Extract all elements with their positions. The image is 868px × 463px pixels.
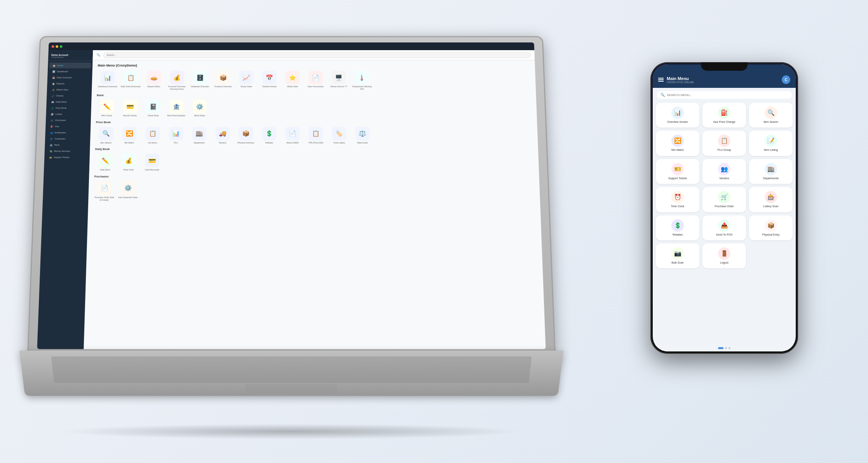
sidebar-item-money-services[interactable]: 💸Money Services bbox=[46, 148, 88, 154]
menu-item-temperature-working-o-o[interactable]: 🌡️ Temperature Working O/O bbox=[351, 71, 372, 90]
menu-item-what's-new[interactable]: ⭐ What's New bbox=[282, 71, 303, 90]
sidebar-item-home[interactable]: 🏠Home bbox=[49, 63, 91, 68]
sidebar-item-dashboard[interactable]: 📊Dashboard bbox=[49, 69, 91, 75]
menu-item-auto-generate-order[interactable]: ⚙️ Auto Generate Order bbox=[117, 181, 139, 201]
phone-menu-item-overview-screen[interactable]: 📊 Overview Screen bbox=[656, 103, 699, 128]
menu-item-wire-check[interactable]: ✏️ Wire Check bbox=[96, 100, 117, 117]
menu-item-store-documents[interactable]: 📄 Store Documents bbox=[305, 71, 326, 90]
sidebar-item-daily-book[interactable]: 📖Daily Book bbox=[48, 99, 90, 105]
menu-icon-box: ⚙️ bbox=[121, 181, 136, 195]
menu-item-card-reconcile[interactable]: 💳 Card Reconcile bbox=[141, 154, 163, 171]
phone-menu-label: Bulk Scan bbox=[671, 261, 684, 264]
phone-app: Main Menu CRONY-POS ONLINE C 🔍 📊 Overvie… bbox=[653, 65, 796, 351]
phone-menu-label: Departments bbox=[763, 177, 779, 180]
minimize-button[interactable] bbox=[56, 45, 58, 47]
avatar[interactable]: C bbox=[782, 75, 790, 84]
phone-menu-item-gas-price-change[interactable]: ⛽ Gas Price Change bbox=[702, 103, 746, 128]
menu-icon-box: 💰 bbox=[122, 154, 136, 168]
menu-item-purchase-order-edit-create-[interactable]: 📄 Purchase Order (Edit & Create) bbox=[94, 181, 115, 201]
menu-item-tpr-price-edi-[interactable]: 📋 TPR (Price EDI) bbox=[305, 127, 326, 144]
menu-item-item-search[interactable]: 🔍 Item Search bbox=[95, 127, 117, 144]
phone-menu-item-item-search[interactable]: 🔍 Item Search bbox=[749, 103, 793, 128]
phone-menu-label: Physical Entry bbox=[762, 233, 779, 236]
menu-item-check-book[interactable]: 📓 Check Book bbox=[143, 100, 164, 117]
phone-menu-icon: 📤 bbox=[718, 219, 730, 232]
sidebar-label: Price Book bbox=[56, 107, 66, 109]
menu-item-timeline-activity[interactable]: 📅 Timeline Activity bbox=[259, 71, 280, 90]
sidebar-item-support-tickets[interactable]: 🎫Support Tickets bbox=[46, 154, 88, 160]
menu-item-hourly-sales[interactable]: 📈 Hourly Sales bbox=[236, 71, 257, 90]
main-menu-title: Main Menu (CronyDemo) bbox=[98, 64, 530, 67]
menu-item-bank-setup[interactable]: ⚙️ Bank Setup bbox=[189, 100, 211, 117]
menu-item-daily-task-overview-[interactable]: 📋 Daily Task (Overview) bbox=[120, 71, 141, 90]
menu-item-physical-inventory[interactable]: 📦 Physical Inventory bbox=[235, 127, 256, 144]
menu-item-petty-cash[interactable]: 💰 Petty Cash bbox=[118, 154, 140, 171]
phone-menu-item-bulk-scan[interactable]: 📷 Bulk Scan bbox=[656, 243, 699, 268]
menu-item-food-labels[interactable]: 🏷️ Food Labels bbox=[329, 127, 350, 144]
section-title-daily-book: Daily Book bbox=[95, 148, 533, 151]
menu-item-database-overview[interactable]: 🗄️ Database Overview bbox=[190, 71, 211, 90]
menu-item-department[interactable]: 🏬 Department bbox=[189, 127, 210, 144]
menu-icon-box: 🥧 bbox=[147, 71, 161, 84]
content-area: Main Menu (CronyDemo) 📊 Dashboard (Gener… bbox=[84, 60, 546, 349]
menu-item-plu[interactable]: 📊 PLU bbox=[166, 127, 187, 144]
menu-item-products-overview[interactable]: 📦 Products Overview bbox=[213, 71, 234, 90]
close-button[interactable] bbox=[52, 45, 54, 47]
phone-menu-item-lottery-scan[interactable]: 🎰 Lottery Scan bbox=[749, 187, 793, 212]
menu-item-label: Wire Check bbox=[101, 115, 112, 117]
phone-menu-label: Vendors bbox=[719, 177, 729, 180]
menu-item-label: Daily Book bbox=[100, 169, 110, 171]
phone-menu-item-item-listing[interactable]: 📝 Item Listing bbox=[749, 131, 793, 155]
sidebar-item-gas[interactable]: ⛽Gas bbox=[47, 124, 89, 129]
sidebar-item-what's-new[interactable]: ✨What's New bbox=[48, 87, 90, 93]
menu-item-reports-menu[interactable]: 🥧 Reports Menu bbox=[143, 71, 165, 90]
dot-3[interactable] bbox=[729, 347, 730, 349]
sidebar-label: What's New bbox=[56, 89, 68, 91]
sidebar-item-bank[interactable]: 🏦Bank bbox=[46, 142, 89, 148]
menu-item-vendors[interactable]: 🚚 Vendors bbox=[212, 127, 234, 144]
phone-menu-item-departments[interactable]: 🏬 Departments bbox=[749, 159, 793, 184]
sidebar-item-customers[interactable]: 👤Customers bbox=[47, 136, 89, 142]
maximize-button[interactable] bbox=[60, 45, 63, 47]
sidebar-item-price-book[interactable]: 💲Price Book bbox=[48, 105, 90, 111]
hamburger-menu[interactable] bbox=[658, 78, 664, 82]
menu-item-mix-match[interactable]: 🔀 Mix Match bbox=[119, 127, 140, 144]
sidebar-item-employees[interactable]: 👥Employees bbox=[47, 129, 89, 135]
menu-item-label: Check Book bbox=[148, 115, 159, 117]
phone-menu-item-support-tickets[interactable]: 🎫 Support Tickets bbox=[656, 159, 699, 184]
phone-menu-item-time-clock[interactable]: ⏰ Time Clock bbox=[656, 187, 699, 212]
phone-menu-item-rebates[interactable]: 💲 Rebates bbox=[656, 215, 699, 240]
menu-item-money-service-??[interactable]: 🖥️ Money Service ?? bbox=[328, 71, 349, 90]
sidebar-item-purchases[interactable]: 🛒Purchases bbox=[47, 117, 90, 123]
menu-item-label: Auto Generate Order bbox=[118, 196, 138, 199]
menu-item-label: Financial Overview (Coming Soon) bbox=[166, 86, 187, 90]
menu-item-daily-book[interactable]: ✏️ Daily Book bbox=[94, 154, 116, 171]
menu-item-payroll-checks[interactable]: 💳 Payroll Checks bbox=[119, 100, 141, 117]
menu-item-meat-scale[interactable]: ⚖️ Meat Scale bbox=[352, 127, 373, 144]
phone-menu-item-logout[interactable]: 🚪 Logout bbox=[702, 243, 746, 268]
menu-item-rebates[interactable]: 💲 Rebates bbox=[259, 127, 280, 144]
menu-item-label: Hourly Sales bbox=[241, 86, 252, 88]
phone-menu-item-purchase-order[interactable]: 🛒 Purchase Order bbox=[702, 187, 746, 212]
sidebar-item-reports[interactable]: 📋Reports bbox=[49, 81, 91, 87]
sidebar-item-checks[interactable]: ✔️Checks bbox=[48, 93, 90, 99]
phone-search-input[interactable] bbox=[667, 93, 788, 97]
phone-menu-item-send-to-pos[interactable]: 📤 Send To POS bbox=[702, 215, 746, 240]
search-input[interactable] bbox=[103, 52, 531, 58]
phone-menu-item-mix-match[interactable]: 🔀 Mix Match bbox=[656, 131, 699, 155]
sidebar-item-daily-overview[interactable]: 📅Daily Overview bbox=[49, 75, 91, 80]
phone-menu-item-plu-group[interactable]: 📋 PLU Group bbox=[702, 131, 746, 155]
sidebar-item-lottery[interactable]: 🎲Lottery bbox=[47, 111, 89, 117]
menu-item-altera-msa[interactable]: 📄 Altera & MSA bbox=[282, 127, 303, 144]
menu-item-list-items[interactable]: 📋 List Items bbox=[142, 127, 163, 144]
phone-menu-label: Mix Match bbox=[671, 149, 684, 152]
touchpad[interactable] bbox=[246, 384, 337, 393]
dot-2[interactable] bbox=[725, 347, 727, 349]
phone-menu-item-physical-entry[interactable]: 📦 Physical Entry bbox=[749, 215, 793, 240]
menu-item-dashboard-general-[interactable]: 📊 Dashboard (General) bbox=[97, 71, 119, 90]
menu-item-bank-reconciliation[interactable]: 🏦 Bank Reconciliation bbox=[166, 100, 187, 117]
dot-1[interactable] bbox=[718, 347, 723, 349]
phone-menu-item-vendors[interactable]: 👥 Vendors bbox=[702, 159, 746, 184]
menu-item-financial-overview-coming-soon[interactable]: 💰 Financial Overview (Coming Soon) bbox=[166, 71, 188, 90]
icon-grid-price-book: 🔍 Item Search 🔀 Mix Match 📋 List Items 📊… bbox=[95, 127, 532, 144]
